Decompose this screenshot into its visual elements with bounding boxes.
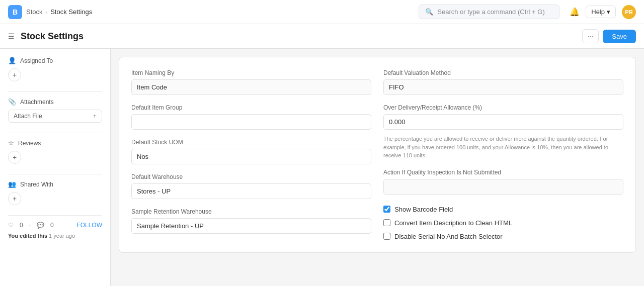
attach-plus-icon: + — [93, 113, 97, 120]
over-delivery-group: Over Delivery/Receipt Allowance (%) The … — [383, 104, 623, 160]
attachments-title: 📎 Attachments — [8, 98, 102, 106]
breadcrumb-stock-settings[interactable]: Stock Settings — [50, 8, 92, 16]
comments-count: 0 — [50, 222, 54, 229]
default-valuation-method-group: Default Valuation Method FIFO Moving Ave… — [383, 69, 623, 95]
main-layout: 👤 Assigned To + 📎 Attachments Attach Fil… — [0, 49, 644, 286]
quality-inspection-select[interactable]: Stop Warn — [383, 179, 623, 195]
divider-4 — [8, 215, 102, 216]
like-icon: ♡ — [8, 222, 14, 229]
follow-button[interactable]: FOLLOW — [76, 222, 102, 229]
add-review-button[interactable]: + — [8, 151, 21, 164]
nav-actions: 🔔 Help ▾ PR — [570, 5, 636, 19]
main-content: Item Naming By Item Code Naming Series B… — [111, 49, 644, 286]
item-naming-by-label: Item Naming By — [131, 69, 371, 76]
help-button[interactable]: Help ▾ — [586, 6, 616, 18]
sidebar: 👤 Assigned To + 📎 Attachments Attach Fil… — [0, 49, 111, 286]
more-options-button[interactable]: ··· — [582, 29, 599, 43]
show-barcode-checkbox[interactable] — [383, 206, 390, 213]
default-warehouse-input[interactable] — [131, 183, 371, 199]
default-warehouse-label: Default Warehouse — [131, 173, 371, 180]
sample-retention-warehouse-input[interactable] — [131, 218, 371, 234]
show-barcode-row: Show Barcode Field — [383, 206, 623, 213]
over-delivery-input[interactable] — [383, 114, 623, 130]
comment-icon: 💬 — [37, 222, 44, 229]
edit-meta: You edited this 1 year ago — [8, 233, 102, 239]
help-label: Help — [591, 8, 605, 16]
item-naming-by-select[interactable]: Item Code Naming Series Barcode — [131, 79, 371, 95]
shared-with-label: Shared With — [20, 181, 53, 188]
edit-time: 1 year ago — [49, 233, 75, 239]
convert-item-desc-label: Convert Item Description to Clean HTML — [394, 219, 512, 227]
social-row: ♡ 0 · 💬 0 FOLLOW — [8, 222, 102, 229]
divider-3 — [8, 174, 102, 174]
attachment-icon: 📎 — [8, 98, 16, 106]
quality-inspection-group: Action If Quality Inspection Is Not Subm… — [383, 169, 623, 195]
page-title: Stock Settings — [21, 31, 578, 42]
page-header: ☰ Stock Settings ··· Save — [0, 24, 644, 49]
divider-2 — [8, 133, 102, 133]
right-column: Default Valuation Method FIFO Moving Ave… — [383, 69, 623, 240]
notification-bell[interactable]: 🔔 — [570, 7, 580, 17]
form-grid: Item Naming By Item Code Naming Series B… — [131, 69, 623, 240]
edited-by: You edited this — [8, 233, 47, 239]
reviews-label: Reviews — [18, 140, 41, 147]
save-button[interactable]: Save — [603, 30, 636, 43]
convert-item-desc-checkbox[interactable] — [383, 219, 390, 226]
quality-inspection-label: Action If Quality Inspection Is Not Subm… — [383, 169, 623, 176]
attachments-section: 📎 Attachments Attach File + — [8, 98, 102, 123]
attach-file-label: Attach File — [14, 113, 42, 120]
default-item-group-group: Default Item Group — [131, 104, 371, 130]
assigned-to-title: 👤 Assigned To — [8, 57, 102, 64]
star-icon: ☆ — [8, 139, 14, 147]
search-bar[interactable]: 🔍 Search or type a command (Ctrl + G) — [419, 5, 559, 19]
default-stock-uom-label: Default Stock UOM — [131, 139, 371, 146]
over-delivery-label: Over Delivery/Receipt Allowance (%) — [383, 104, 623, 111]
disable-serial-label: Disable Serial No And Batch Selector — [394, 233, 503, 240]
attachments-label: Attachments — [20, 99, 54, 106]
hamburger-icon[interactable]: ☰ — [8, 32, 15, 40]
settings-card: Item Naming By Item Code Naming Series B… — [119, 57, 636, 253]
sample-retention-warehouse-label: Sample Retention Warehouse — [131, 208, 371, 215]
person-icon: 👤 — [8, 57, 16, 64]
default-item-group-label: Default Item Group — [131, 104, 371, 111]
search-placeholder: Search or type a command (Ctrl + G) — [437, 8, 545, 16]
avatar[interactable]: PR — [622, 5, 636, 19]
shared-with-section: 👥 Shared With + — [8, 180, 102, 205]
default-stock-uom-input[interactable] — [131, 149, 371, 164]
show-barcode-label: Show Barcode Field — [394, 206, 453, 213]
sample-retention-warehouse-group: Sample Retention Warehouse — [131, 208, 371, 234]
likes-count: 0 — [20, 222, 23, 229]
shared-with-title: 👥 Shared With — [8, 180, 102, 188]
shared-icon: 👥 — [8, 180, 16, 188]
dot-separator: · — [29, 222, 31, 229]
default-warehouse-group: Default Warehouse — [131, 173, 371, 199]
breadcrumb-chevron-1: › — [46, 9, 48, 15]
assigned-to-label: Assigned To — [20, 57, 53, 64]
attach-file-button[interactable]: Attach File + — [8, 110, 102, 123]
divider-1 — [8, 91, 102, 92]
disable-serial-checkbox[interactable] — [383, 233, 390, 240]
reviews-section: ☆ Reviews + — [8, 139, 102, 164]
chevron-down-icon: ▾ — [607, 8, 610, 16]
disable-serial-row: Disable Serial No And Batch Selector — [383, 233, 623, 240]
default-item-group-input[interactable] — [131, 114, 371, 130]
default-valuation-method-label: Default Valuation Method — [383, 69, 623, 76]
breadcrumb-stock[interactable]: Stock — [26, 8, 43, 16]
left-column: Item Naming By Item Code Naming Series B… — [131, 69, 371, 240]
item-naming-by-group: Item Naming By Item Code Naming Series B… — [131, 69, 371, 95]
default-stock-uom-group: Default Stock UOM — [131, 139, 371, 164]
over-delivery-help: The percentage you are allowed to receiv… — [383, 135, 623, 160]
topnav: B Stock › Stock Settings 🔍 Search or typ… — [0, 0, 644, 24]
checkbox-group: Show Barcode Field Convert Item Descript… — [383, 206, 623, 240]
breadcrumb: Stock › Stock Settings — [26, 8, 92, 16]
add-assigned-to-button[interactable]: + — [8, 68, 21, 81]
search-icon: 🔍 — [425, 8, 433, 16]
default-valuation-method-select[interactable]: FIFO Moving Average — [383, 79, 623, 95]
add-shared-with-button[interactable]: + — [8, 192, 21, 205]
app-icon[interactable]: B — [8, 5, 22, 19]
convert-item-desc-row: Convert Item Description to Clean HTML — [383, 219, 623, 227]
assigned-to-section: 👤 Assigned To + — [8, 57, 102, 81]
reviews-title: ☆ Reviews — [8, 139, 102, 147]
